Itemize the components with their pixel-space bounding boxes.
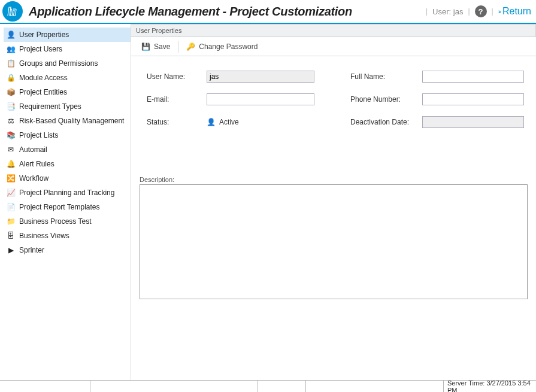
change-password-button[interactable]: 🔑 Change Password [180, 39, 264, 54]
sidebar-item-groups-and-permissions[interactable]: 📋Groups and Permissions [4, 56, 131, 71]
sidebar-icon: 📋 [6, 59, 16, 68]
sidebar-item-label: Project Entities [19, 88, 67, 96]
full-name-field[interactable] [422, 71, 524, 83]
sidebar-item-project-entities[interactable]: 📦Project Entities [4, 85, 131, 99]
phone-field[interactable] [422, 93, 524, 105]
description-label: Description: [140, 176, 528, 183]
sidebar-item-module-access[interactable]: 🔒Module Access [4, 71, 131, 85]
description-textarea[interactable] [140, 184, 528, 299]
full-name-label: Full Name: [350, 72, 422, 81]
deactivation-date-field [422, 116, 524, 128]
sidebar: 👤User Properties👥Project Users📋Groups an… [0, 24, 131, 380]
sidebar-item-user-properties[interactable]: 👤User Properties [4, 28, 131, 42]
sidebar-item-label: Automail [19, 145, 47, 154]
sidebar-item-project-users[interactable]: 👥Project Users [4, 42, 131, 56]
user-active-icon: 👤 [207, 118, 216, 126]
sidebar-icon: ✉ [6, 145, 16, 154]
sidebar-item-automail[interactable]: ✉Automail [4, 142, 131, 157]
sidebar-item-requirement-types[interactable]: 📑Requirement Types [4, 99, 131, 114]
sidebar-icon: 📚 [6, 130, 16, 140]
sidebar-item-project-report-templates[interactable]: 📄Project Report Templates [4, 200, 131, 214]
sidebar-item-business-views[interactable]: 🗄Business Views [4, 229, 131, 243]
sidebar-item-label: Risk-Based Quality Management [19, 117, 124, 125]
phone-label: Phone Number: [350, 95, 422, 104]
sidebar-item-label: Groups and Permissions [19, 59, 98, 68]
status-cell-3 [258, 381, 305, 392]
sidebar-item-workflow[interactable]: 🔀Workflow [4, 171, 131, 186]
sidebar-icon: 🔀 [6, 174, 16, 183]
email-label: E-mail: [147, 95, 207, 104]
sidebar-item-label: Business Process Test [19, 217, 92, 226]
chevron-right-icon: ›› [498, 9, 500, 14]
status-bar: Server Time: 3/27/2015 3:54 PM [0, 380, 536, 392]
sidebar-item-label: Business Views [19, 232, 69, 240]
sidebar-item-label: Project Report Templates [19, 203, 100, 211]
server-time: Server Time: 3/27/2015 3:54 PM [443, 381, 536, 392]
page-title: Application Lifecycle Management - Proje… [29, 5, 352, 19]
sidebar-item-label: Project Users [19, 45, 62, 53]
sidebar-item-alert-rules[interactable]: 🔔Alert Rules [4, 157, 131, 171]
hp-logo [2, 1, 23, 22]
sidebar-item-label: User Properties [19, 31, 69, 39]
sidebar-icon: 📑 [6, 102, 16, 111]
sidebar-icon: 🔔 [6, 159, 16, 169]
sidebar-item-project-lists[interactable]: 📚Project Lists [4, 128, 131, 142]
user-name-field [207, 71, 314, 83]
sidebar-icon: 🗄 [6, 231, 16, 241]
save-button[interactable]: 💾 Save [135, 39, 177, 54]
user-name-label: User Name: [147, 72, 207, 81]
status-value: 👤 Active [207, 118, 314, 126]
user-label: User: jas [432, 7, 463, 16]
email-field[interactable] [207, 93, 314, 105]
sidebar-item-label: Project Lists [19, 131, 58, 139]
status-cell-1 [0, 381, 90, 392]
status-cell-2 [90, 381, 258, 392]
user-properties-form: User Name: Full Name: E-mail: Phone Numb… [131, 56, 536, 128]
sidebar-item-label: Requirement Types [19, 102, 81, 111]
sidebar-item-label: Project Planning and Tracking [19, 189, 114, 197]
status-cell-4 [305, 381, 443, 392]
header-bar: Application Lifecycle Management - Proje… [0, 0, 536, 24]
sidebar-icon: 👥 [6, 44, 16, 54]
status-label: Status: [147, 118, 207, 126]
sidebar-icon: ▶ [6, 245, 16, 255]
sidebar-icon: 🔒 [6, 73, 16, 83]
password-icon: 🔑 [186, 42, 195, 51]
sidebar-item-risk-based-quality-management[interactable]: ⚖Risk-Based Quality Management [4, 114, 131, 128]
main-panel: User Properties 💾 Save 🔑 Change Password… [131, 24, 536, 380]
toolbar: 💾 Save 🔑 Change Password [131, 37, 536, 56]
help-icon[interactable]: ? [475, 5, 487, 17]
sidebar-item-label: Alert Rules [19, 160, 54, 168]
panel-title: User Properties [131, 24, 536, 37]
sidebar-item-project-planning-and-tracking[interactable]: 📈Project Planning and Tracking [4, 186, 131, 200]
sidebar-item-label: Module Access [19, 74, 68, 82]
return-button[interactable]: ›› Return [498, 6, 531, 17]
sidebar-icon: 📁 [6, 217, 16, 226]
sidebar-item-sprinter[interactable]: ▶Sprinter [4, 243, 131, 257]
sidebar-icon: 📄 [6, 202, 16, 212]
save-icon: 💾 [141, 42, 150, 51]
sidebar-item-label: Workflow [19, 174, 49, 183]
sidebar-icon: 📈 [6, 188, 16, 197]
sidebar-item-business-process-test[interactable]: 📁Business Process Test [4, 214, 131, 229]
deactivation-date-label: Deactivation Date: [350, 118, 422, 126]
sidebar-icon: ⚖ [6, 116, 16, 126]
sidebar-item-label: Sprinter [19, 246, 44, 254]
sidebar-icon: 📦 [6, 87, 16, 97]
sidebar-icon: 👤 [6, 30, 16, 39]
